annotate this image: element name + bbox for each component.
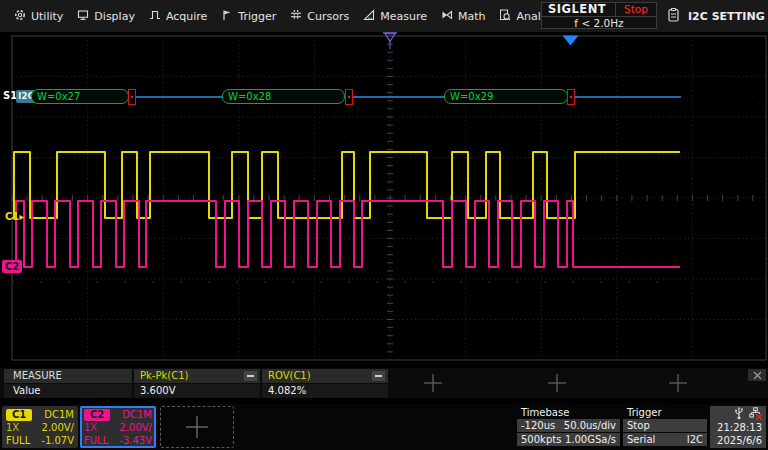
channel2-widget[interactable]: C2DC1M 1X2.00V/ FULL-3.43V [80,406,156,448]
measure-bar: MEASURE Value Pk-Pk(C1) 3.600V ROV(C1) 4… [0,368,768,398]
bandwidth-value: FULL [6,434,30,447]
scale-value: 2.00V/ [42,421,74,434]
offset-value: -1.07V [41,434,74,447]
timebase-widget[interactable]: Timebase -120us50.0us/div 500kpts1.00GSa… [517,406,620,448]
timebase-title: Timebase [517,406,620,419]
oscilloscope-screen: Utility Display Acquire Trigger Cursors … [0,0,768,450]
remove-measure-icon[interactable] [244,371,257,381]
offset-value: -3.43V [119,434,152,447]
timebase-scale: 50.0us/div [564,419,616,432]
decode-frame: W=0x29 [444,89,568,104]
channel2-badge: C2 [84,409,110,421]
channel1-trace-label[interactable]: C1▸ [5,211,24,222]
coupling-value: DC1M [44,408,74,421]
plus-icon [546,372,568,394]
coupling-value: DC1M [122,408,152,421]
trigger-delay-marker[interactable] [382,32,398,54]
clock-widget[interactable]: 21:28:13 2025/6/6 [710,406,766,448]
trigger-level-marker[interactable] [562,32,579,51]
clock-date: 2025/6/6 [714,434,762,447]
channel1-badge: C1 [6,409,32,421]
measure-stat-name: ROV(C1) [268,369,372,383]
trigger-widget[interactable]: Trigger Stop SerialI2C [623,406,707,448]
decode-frame: W=0x28 [222,89,345,104]
bandwidth-value: FULL [84,434,108,447]
channel1-widget[interactable]: C1DC1M 1X2.00V/ FULL-1.07V [2,406,78,448]
add-measure-slot[interactable] [496,368,618,398]
channel2-trace-label[interactable]: C2 [2,260,22,273]
decode-ack-box [567,89,575,105]
close-measure-icon[interactable] [748,369,766,381]
timebase-delay: -120us [521,419,555,432]
probe-value: 1X [6,421,19,434]
sample-rate: 1.00GSa/s [565,433,616,446]
bottom-bar: C1DC1M 1X2.00V/ FULL-1.07V C2DC1M 1X2.00… [0,404,768,450]
trigger-type: I2C [687,433,703,446]
plus-icon [422,372,444,394]
measure-stat-name: Pk-Pk(C1) [140,369,244,383]
measure-row-label: Value [4,384,132,398]
measure-stat-value: 3.600V [134,384,260,398]
decode-ack-box [345,89,353,105]
trigger-title: Trigger [623,406,707,419]
trigger-status: Stop [627,419,650,432]
decode-frame: W=0x27 [31,89,129,104]
scale-value: 2.00V/ [120,421,152,434]
probe-value: 1X [84,421,97,434]
plus-icon [667,372,689,394]
measure-title: MEASURE [4,369,132,383]
measure-stat-value: 4.082% [262,384,388,398]
decode-ack-box [128,89,136,105]
add-channel-slot[interactable] [160,406,234,448]
plus-icon [183,413,211,441]
memory-depth: 500kpts [521,433,561,446]
usb-icon [734,407,744,422]
lan-disconnected-icon [749,407,762,422]
add-measure-slot[interactable] [372,368,494,398]
add-measure-slot[interactable] [617,368,739,398]
trigger-mode: Serial [627,433,655,446]
clock-time: 21:28:13 [714,421,762,434]
